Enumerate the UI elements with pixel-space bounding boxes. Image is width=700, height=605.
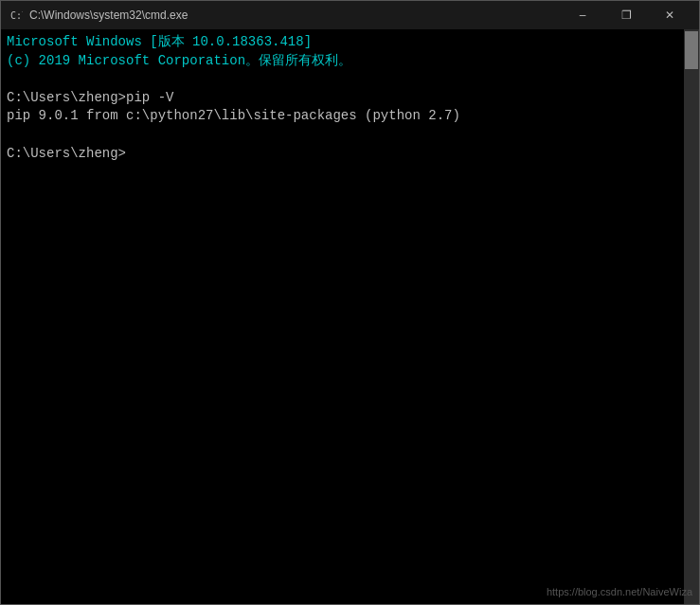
- window-title: C:\Windows\system32\cmd.exe: [29, 9, 561, 22]
- line-5: pip 9.0.1 from c:\python27\lib\site-pack…: [7, 107, 678, 126]
- line-1: Microsoft Windows [版本 10.0.18363.418]: [7, 33, 678, 52]
- scrollbar[interactable]: [684, 29, 699, 604]
- minimize-button[interactable]: –: [561, 1, 604, 29]
- watermark: https://blog.csdn.net/NaiveWiza: [547, 586, 692, 597]
- svg-text:C:\: C:\: [10, 10, 23, 21]
- content-area: Microsoft Windows [版本 10.0.18363.418] (c…: [1, 29, 699, 604]
- titlebar: C:\ C:\Windows\system32\cmd.exe – ❐ ✕: [1, 1, 699, 29]
- close-button[interactable]: ✕: [648, 1, 691, 29]
- window-controls: – ❐ ✕: [561, 1, 691, 29]
- restore-button[interactable]: ❐: [604, 1, 648, 29]
- cmd-window: C:\ C:\Windows\system32\cmd.exe – ❐ ✕ Mi…: [0, 0, 700, 605]
- line-4: C:\Users\zheng>pip -V: [7, 89, 678, 108]
- line-3: [7, 70, 678, 89]
- cmd-icon: C:\: [9, 8, 24, 23]
- line-7: C:\Users\zheng>: [7, 145, 678, 164]
- line-2: (c) 2019 Microsoft Corporation。保留所有权利。: [7, 52, 678, 71]
- terminal-output[interactable]: Microsoft Windows [版本 10.0.18363.418] (c…: [1, 29, 684, 604]
- line-6: [7, 126, 678, 145]
- scrollbar-thumb[interactable]: [685, 31, 698, 69]
